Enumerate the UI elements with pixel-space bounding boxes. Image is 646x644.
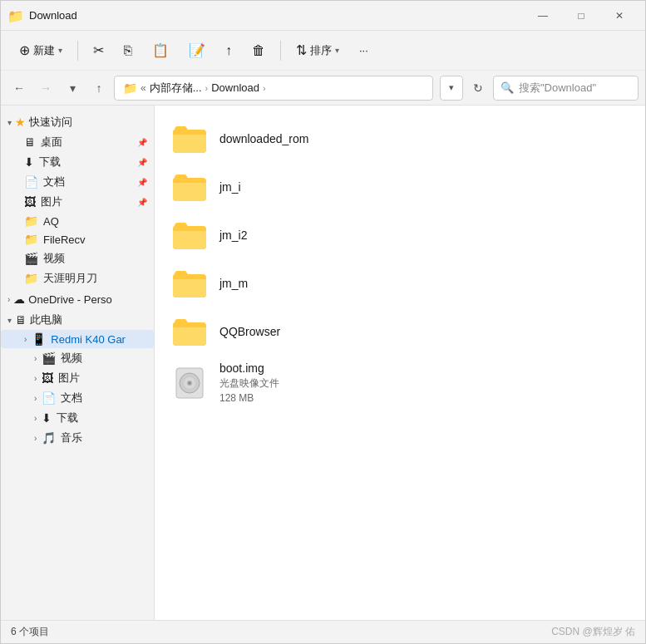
pc-documents-icon: 📄 [42, 391, 56, 405]
aq-folder-icon: 📁 [24, 214, 38, 228]
window-title: Download [29, 9, 517, 22]
back-button[interactable]: ← [7, 76, 31, 100]
this-pc-section: ▾ 🖥 此电脑 › 📱 Redmi K40 Gar › 🎬 视频 › 🖼 [1, 310, 154, 448]
pc-downloads-chevron: › [34, 414, 37, 423]
file-info: jm_m [219, 277, 248, 290]
file-info: QQBrowser [219, 325, 280, 338]
file-content: downloaded_rom jm_i [155, 106, 645, 620]
folder-thumbnail [171, 265, 208, 302]
copy-button[interactable]: ⎘ [116, 38, 141, 63]
cut-button[interactable]: ✂ [85, 37, 112, 63]
paste-icon: 📋 [152, 42, 169, 58]
statusbar: 6 个项目 CSDN @辉煌岁 佑 [1, 620, 645, 643]
desktop-icon: 🖥 [24, 135, 36, 149]
refresh-button[interactable]: ↻ [466, 76, 490, 100]
list-item[interactable]: jm_i [165, 164, 635, 210]
window-controls: — □ ✕ [524, 2, 639, 29]
folder-thumbnail [171, 313, 208, 350]
new-icon: ⊕ [19, 42, 30, 58]
pc-documents-chevron: › [34, 394, 37, 403]
quick-access-header[interactable]: ▾ ★ 快速访问 [1, 112, 154, 132]
disk-image-thumbnail [171, 365, 208, 401]
sidebar-item-pc-downloads[interactable]: › ⬇ 下载 [1, 408, 154, 428]
file-info: downloaded_rom [219, 132, 308, 145]
sidebar-item-pc-documents[interactable]: › 📄 文档 [1, 388, 154, 408]
path-dropdown-button[interactable]: ▾ [440, 76, 463, 101]
list-item[interactable]: jm_m [165, 260, 635, 307]
sidebar-item-pc-pictures[interactable]: › 🖼 图片 [1, 368, 154, 388]
list-item[interactable]: jm_i2 [165, 212, 635, 258]
folder-thumbnail [171, 217, 208, 253]
rename-button[interactable]: 📝 [180, 37, 214, 63]
sidebar-item-desktop[interactable]: 🖥 桌面 📌 [1, 132, 154, 152]
pictures-icon: 🖼 [24, 195, 36, 209]
address-path[interactable]: 📁 « 内部存储... › Download › [114, 76, 433, 101]
address-folder-icon: 📁 [123, 81, 137, 95]
list-item[interactable]: boot.img 光盘映像文件 128 MB [165, 356, 635, 409]
toolbar-separator-1 [77, 41, 78, 61]
sidebar-item-downloads[interactable]: ⬇ 下载 📌 [1, 152, 154, 172]
address-bar: ← → ▾ ↑ 📁 « 内部存储... › Download › ▾ ↻ 🔍 搜… [1, 71, 645, 106]
pc-pictures-icon: 🖼 [42, 371, 53, 385]
delete-button[interactable]: 🗑 [244, 38, 274, 63]
title-folder-icon: 📁 [7, 8, 22, 23]
explorer-window: 📁 Download — □ ✕ ⊕ 新建 ▾ ✂ ⎘ 📋 📝 ↑ [0, 0, 646, 644]
paste-button[interactable]: 📋 [144, 37, 177, 63]
sidebar-item-tianzhan[interactable]: 📁 天涯明月刀 [1, 268, 154, 288]
share-button[interactable]: ↑ [217, 38, 240, 63]
this-pc-header[interactable]: ▾ 🖥 此电脑 [1, 310, 154, 330]
pin-icon-downloads: 📌 [137, 158, 147, 167]
sort-button[interactable]: ⇅ 排序 ▾ [288, 37, 348, 63]
folder-icon [173, 268, 206, 298]
minimize-button[interactable]: — [524, 2, 562, 29]
sidebar-item-pictures[interactable]: 🖼 图片 📌 [1, 192, 154, 212]
pc-music-icon: 🎵 [42, 431, 56, 445]
titlebar: 📁 Download — □ ✕ [1, 1, 645, 31]
close-button[interactable]: ✕ [600, 2, 639, 29]
folder-icon [173, 124, 206, 154]
folder-icon [173, 172, 206, 202]
search-box[interactable]: 🔍 搜索"Download" [493, 76, 639, 101]
this-pc-icon: 🖥 [15, 313, 27, 327]
sidebar-item-documents[interactable]: 📄 文档 📌 [1, 172, 154, 192]
delete-icon: 🗑 [252, 43, 265, 58]
folder-icon [173, 220, 206, 250]
onedrive-icon: ☁ [13, 293, 25, 306]
cut-icon: ✂ [93, 42, 104, 58]
sidebar-item-pc-videos[interactable]: › 🎬 视频 [1, 348, 154, 368]
onedrive-section: › ☁ OneDrive - Perso [1, 290, 154, 308]
file-info: jm_i2 [219, 229, 247, 242]
quick-access-star-icon: ★ [15, 116, 26, 129]
phone-icon: 📱 [32, 332, 46, 346]
sidebar-item-aq[interactable]: 📁 AQ [1, 212, 154, 230]
onedrive-header[interactable]: › ☁ OneDrive - Perso [1, 290, 154, 308]
up-button[interactable]: ↑ [87, 76, 111, 100]
sidebar-item-videos[interactable]: 🎬 视频 [1, 248, 154, 268]
pc-music-chevron: › [34, 434, 37, 443]
toolbar: ⊕ 新建 ▾ ✂ ⎘ 📋 📝 ↑ 🗑 ⇅ 排序 ▾ ··· [1, 31, 645, 71]
redmi-expand-chevron: › [24, 335, 27, 344]
download-icon: ⬇ [24, 155, 34, 169]
list-item[interactable]: QQBrowser [165, 308, 635, 355]
pin-icon-desktop: 📌 [137, 138, 147, 147]
maximize-button[interactable]: □ [562, 2, 600, 29]
sidebar-item-redmi[interactable]: › 📱 Redmi K40 Gar [1, 330, 154, 348]
list-item[interactable]: downloaded_rom [165, 116, 635, 162]
folder-thumbnail [171, 120, 208, 157]
sidebar: ▾ ★ 快速访问 🖥 桌面 📌 ⬇ 下载 📌 📄 文档 📌 [1, 106, 155, 620]
new-button[interactable]: ⊕ 新建 ▾ [11, 37, 71, 63]
dropdown-nav-button[interactable]: ▾ [61, 76, 84, 100]
documents-icon: 📄 [24, 175, 38, 189]
sidebar-item-pc-music[interactable]: › 🎵 音乐 [1, 428, 154, 448]
item-count: 6 个项目 [11, 625, 49, 639]
search-icon: 🔍 [501, 81, 514, 94]
pc-downloads-icon: ⬇ [42, 411, 52, 425]
share-icon: ↑ [225, 43, 232, 58]
copy-icon: ⎘ [124, 43, 132, 58]
forward-button[interactable]: → [34, 76, 57, 100]
pc-pictures-chevron: › [34, 374, 37, 383]
folder-thumbnail [171, 169, 208, 205]
more-button[interactable]: ··· [351, 39, 377, 61]
sidebar-item-filerecv[interactable]: 📁 FileRecv [1, 230, 154, 248]
pc-videos-icon: 🎬 [42, 351, 56, 365]
